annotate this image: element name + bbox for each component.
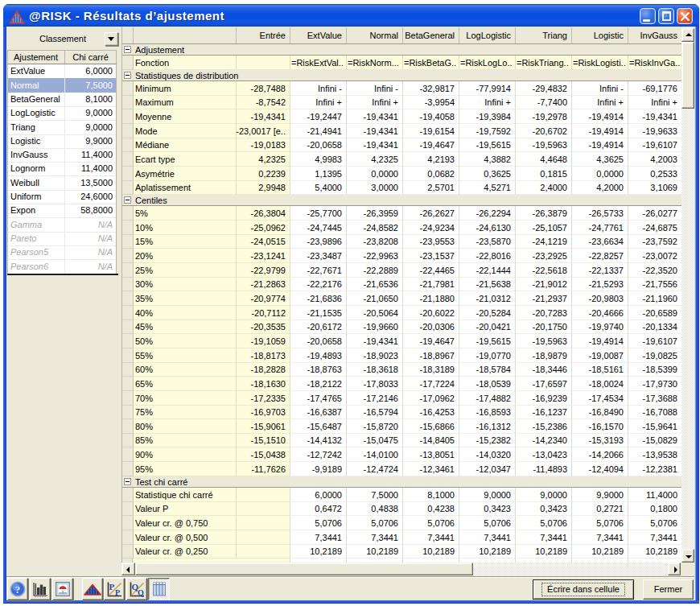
svg-text:?: ? [15,583,21,596]
svg-text:P: P [109,582,115,592]
svg-text:P: P [115,588,120,597]
svg-text:Q: Q [138,588,144,597]
